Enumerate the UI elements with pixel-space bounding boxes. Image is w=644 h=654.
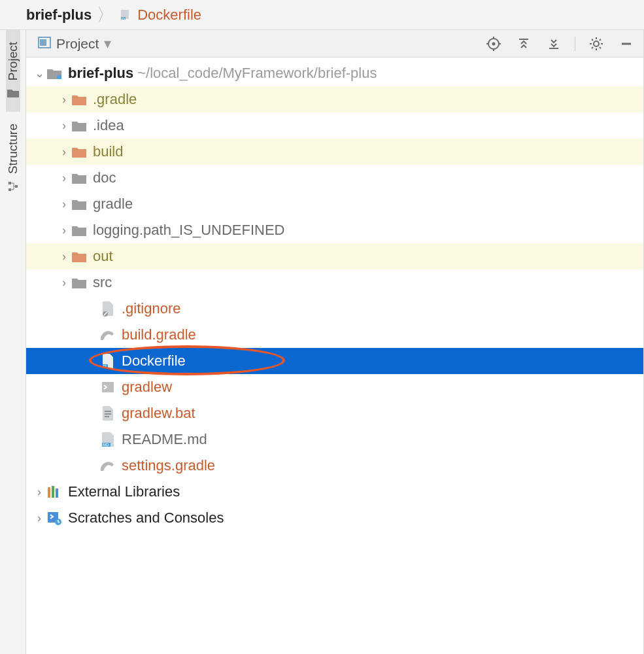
folder-icon <box>71 117 88 134</box>
folder-icon <box>6 86 20 100</box>
svg-line-24 <box>592 47 593 48</box>
gradle-file-icon <box>99 326 116 343</box>
locate-icon[interactable] <box>484 35 503 53</box>
tree-file-gradlew[interactable]: gradlew <box>26 374 643 400</box>
tree-folder-gradle-cache[interactable]: › .gradle <box>26 86 643 112</box>
tree-item-label: gradlew <box>122 379 172 396</box>
tab-project-label: Project <box>6 42 20 80</box>
structure-icon <box>6 179 20 194</box>
tree-item-label: build.gradle <box>122 326 196 343</box>
breadcrumb-root[interactable]: brief-plus <box>26 7 92 24</box>
tree-scratches[interactable]: › Scratches and Consoles <box>26 505 643 531</box>
chevron-right-icon[interactable]: › <box>58 250 71 264</box>
tree-item-label: settings.gradle <box>122 457 215 474</box>
gear-icon[interactable] <box>587 35 605 53</box>
tool-window-bar: Project Structure <box>0 30 26 654</box>
svg-line-22 <box>600 47 601 48</box>
markdown-file-icon: MD <box>99 431 116 448</box>
chevron-right-icon[interactable]: › <box>58 145 71 159</box>
svg-rect-7 <box>40 39 46 46</box>
svg-rect-39 <box>56 489 58 498</box>
tree-file-readme[interactable]: MD README.md <box>26 426 643 453</box>
tree-folder-out[interactable]: › out <box>26 243 643 269</box>
panel-title: Project <box>56 36 99 52</box>
chevron-right-icon[interactable]: › <box>58 171 71 185</box>
chevron-right-icon[interactable]: › <box>58 198 71 211</box>
annotation-circle <box>89 345 285 375</box>
tree-file-gradlew-bat[interactable]: gradlew.bat <box>26 400 643 426</box>
tree-file-dockerfile[interactable]: D Dockerfile <box>26 348 643 374</box>
svg-rect-37 <box>48 487 50 498</box>
collapse-all-icon[interactable] <box>545 35 563 53</box>
tree-item-label: src <box>93 274 112 291</box>
gitignore-file-icon <box>99 300 116 317</box>
tree-folder-build[interactable]: › build <box>26 139 643 165</box>
tab-structure-label: Structure <box>6 124 20 174</box>
tree-external-libraries[interactable]: › External Libraries <box>26 479 643 505</box>
chevron-right-icon[interactable]: › <box>58 224 71 237</box>
svg-line-21 <box>592 39 593 41</box>
tree-item-label: .gitignore <box>122 300 181 317</box>
gradle-file-icon <box>99 457 116 474</box>
expand-all-icon[interactable] <box>515 35 533 53</box>
libraries-icon <box>46 483 63 500</box>
dockerfile-icon: D <box>99 353 116 370</box>
tree-root[interactable]: ⌄ brief-plus ~/local_code/MyFramework/br… <box>26 60 643 86</box>
chevron-down-icon: ▾ <box>104 35 111 52</box>
project-panel: Project ▾ <box>26 30 644 654</box>
tree-folder-gradle[interactable]: › gradle <box>26 191 643 217</box>
tree-item-label: .idea <box>93 117 124 134</box>
hide-icon[interactable] <box>617 35 636 53</box>
window-icon <box>38 35 51 52</box>
tree-item-label: build <box>93 143 123 160</box>
folder-icon <box>71 91 88 108</box>
tree-folder-doc[interactable]: › doc <box>26 165 643 191</box>
chevron-right-icon[interactable]: › <box>58 276 71 290</box>
tree-root-name: brief-plus <box>68 65 133 82</box>
module-folder-icon <box>46 65 63 82</box>
folder-icon <box>71 169 88 186</box>
svg-point-9 <box>492 42 496 45</box>
tree-item-label: gradle <box>93 196 133 213</box>
tree-file-settings-gradle[interactable]: settings.gradle <box>26 453 643 479</box>
dockerfile-icon: D <box>119 8 133 22</box>
folder-icon <box>71 196 88 213</box>
folder-icon <box>71 143 88 160</box>
folder-icon <box>71 222 88 239</box>
tree-file-build-gradle[interactable]: build.gradle <box>26 322 643 348</box>
tree-item-label: Scratches and Consoles <box>68 509 224 526</box>
tree-item-label: External Libraries <box>68 483 180 500</box>
panel-view-selector[interactable]: Project ▾ <box>38 35 478 52</box>
chevron-right-icon[interactable]: › <box>58 93 71 107</box>
svg-rect-4 <box>8 188 11 191</box>
text-file-icon <box>99 405 116 422</box>
tree-folder-logging[interactable]: › logging.path_IS_UNDEFINED <box>26 217 643 243</box>
chevron-right-icon[interactable]: › <box>58 119 71 133</box>
tab-structure[interactable]: Structure <box>6 112 20 205</box>
tree-root-path: ~/local_code/MyFramework/brief-plus <box>137 65 377 82</box>
svg-text:D: D <box>103 364 107 368</box>
scratches-icon <box>46 509 63 526</box>
tree-item-label: logging.path_IS_UNDEFINED <box>93 222 284 239</box>
chevron-right-icon[interactable]: › <box>33 485 46 499</box>
panel-toolbar <box>484 35 636 53</box>
svg-text:MD: MD <box>103 443 109 447</box>
tree-file-gitignore[interactable]: .gitignore <box>26 296 643 322</box>
tree-item-label: out <box>93 248 113 265</box>
svg-rect-31 <box>102 382 114 392</box>
project-tree[interactable]: ⌄ brief-plus ~/local_code/MyFramework/br… <box>26 58 643 654</box>
breadcrumb-file[interactable]: Dockerfile <box>137 7 201 24</box>
svg-line-23 <box>600 39 601 41</box>
chevron-right-icon[interactable]: › <box>33 511 46 525</box>
svg-rect-5 <box>15 185 18 188</box>
breadcrumb: brief-plus 〉 D Dockerfile <box>0 0 644 30</box>
toolbar-divider <box>575 37 575 51</box>
svg-text:D: D <box>122 17 125 22</box>
folder-icon <box>71 248 88 265</box>
tab-project[interactable]: Project <box>6 30 20 112</box>
tree-folder-idea[interactable]: › .idea <box>26 112 643 139</box>
tree-folder-src[interactable]: › src <box>26 269 643 296</box>
chevron-down-icon[interactable]: ⌄ <box>33 66 46 80</box>
breadcrumb-separator-icon: 〉 <box>95 3 115 26</box>
svg-point-16 <box>594 41 599 46</box>
